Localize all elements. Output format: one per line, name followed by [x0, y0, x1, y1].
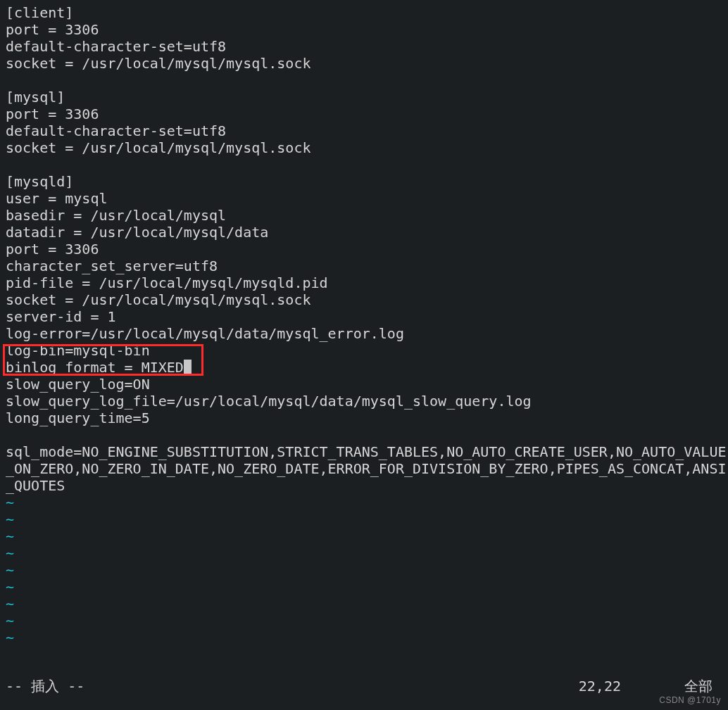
- editor-viewport[interactable]: [client]port = 3306default-character-set…: [0, 0, 728, 646]
- vim-mode-indicator: -- 插入 --: [6, 678, 84, 695]
- file-line: _ON_ZERO,NO_ZERO_IN_DATE,NO_ZERO_DATE,ER…: [6, 460, 722, 477]
- file-line: server-id = 1: [6, 308, 722, 325]
- file-line: sql_mode=NO_ENGINE_SUBSTITUTION,STRICT_T…: [6, 443, 722, 460]
- file-line: [mysqld]: [6, 173, 722, 190]
- watermark-text: CSDN @1701y: [659, 692, 721, 709]
- file-line: [6, 156, 722, 173]
- file-line: default-character-set=utf8: [6, 38, 722, 55]
- file-line: user = mysql: [6, 190, 722, 207]
- file-line: [mysql]: [6, 89, 722, 106]
- file-line: _QUOTES: [6, 477, 722, 494]
- vim-empty-line-tilde: ~: [6, 528, 722, 545]
- vim-empty-line-tilde: ~: [6, 595, 722, 612]
- vim-empty-line-tilde: ~: [6, 562, 722, 578]
- file-line: [6, 426, 722, 443]
- file-line: basedir = /usr/local/mysql: [6, 207, 722, 224]
- vim-empty-line-tilde: ~: [6, 612, 722, 629]
- file-line: socket = /usr/local/mysql/mysql.sock: [6, 55, 722, 72]
- file-line: [client]: [6, 4, 722, 21]
- file-line: log-bin=mysql-bin: [6, 342, 722, 359]
- file-line: default-character-set=utf8: [6, 122, 722, 139]
- vim-empty-line-tilde: ~: [6, 511, 722, 528]
- file-line: pid-file = /usr/local/mysql/mysqld.pid: [6, 274, 722, 291]
- file-line: socket = /usr/local/mysql/mysql.sock: [6, 291, 722, 308]
- vim-empty-line-tilde: ~: [6, 545, 722, 562]
- file-line: socket = /usr/local/mysql/mysql.sock: [6, 139, 722, 156]
- file-line: datadir = /usr/local/mysql/data: [6, 224, 722, 241]
- file-line: character_set_server=utf8: [6, 258, 722, 274]
- file-line: log-error=/usr/local/mysql/data/mysql_er…: [6, 325, 722, 342]
- vim-empty-line-tilde: ~: [6, 494, 722, 511]
- file-line: binlog_format = MIXED: [6, 359, 722, 376]
- file-line: slow_query_log=ON: [6, 376, 722, 393]
- file-line: port = 3306: [6, 106, 722, 122]
- vim-empty-line-tilde: ~: [6, 578, 722, 595]
- vim-empty-line-tilde: ~: [6, 629, 722, 646]
- file-line: long_query_time=5: [6, 410, 722, 426]
- file-line: slow_query_log_file=/usr/local/mysql/dat…: [6, 393, 722, 410]
- text-cursor: [184, 360, 192, 375]
- vim-status-bar: -- 插入 -- 22,22 全部: [0, 678, 728, 695]
- file-line: port = 3306: [6, 21, 722, 38]
- file-line: [6, 72, 722, 89]
- file-line: port = 3306: [6, 241, 722, 258]
